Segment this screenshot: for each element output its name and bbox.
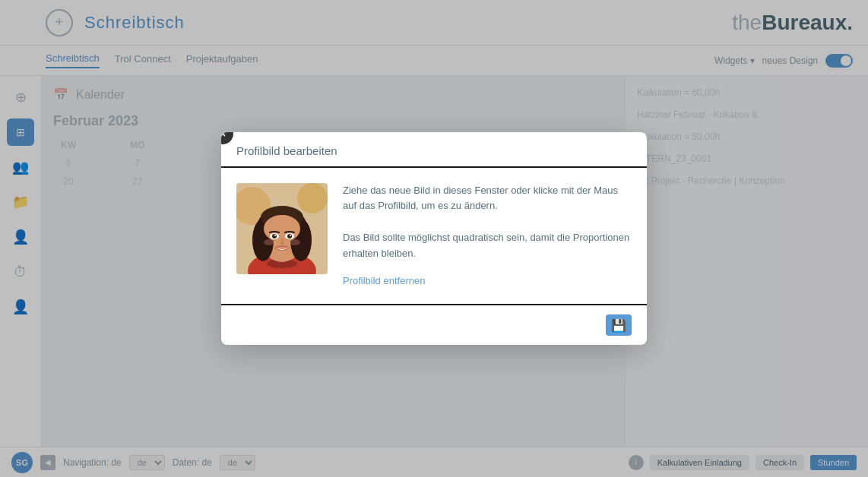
remove-profile-link[interactable]: Profilbild entfernen	[343, 273, 632, 289]
svg-point-19	[290, 235, 291, 236]
svg-point-20	[264, 239, 274, 245]
modal-title: Profilbild bearbeiten	[236, 144, 632, 157]
close-icon: ×	[221, 132, 226, 140]
modal-footer: 💾	[221, 305, 647, 345]
svg-point-17	[287, 234, 292, 238]
save-button[interactable]: 💾	[606, 314, 632, 336]
instruction-text-1: Ziehe das neue Bild in dieses Fenster od…	[343, 183, 632, 215]
svg-point-18	[274, 235, 276, 236]
modal-overlay[interactable]: × Profilbild bearbeiten	[0, 0, 868, 477]
save-icon: 💾	[611, 318, 626, 333]
svg-point-21	[290, 239, 300, 245]
svg-point-16	[272, 234, 277, 238]
modal-instructions: Ziehe das neue Bild in dieses Fenster od…	[343, 183, 632, 289]
profile-image-container[interactable]	[236, 183, 328, 274]
instruction-text-2: Das Bild sollte möglichst quadratisch se…	[343, 230, 632, 262]
modal-body: Ziehe das neue Bild in dieses Fenster od…	[221, 168, 647, 305]
modal-container: × Profilbild bearbeiten	[221, 132, 647, 346]
svg-point-3	[297, 183, 328, 213]
profile-image	[236, 183, 328, 274]
modal-header: Profilbild bearbeiten	[221, 132, 647, 166]
